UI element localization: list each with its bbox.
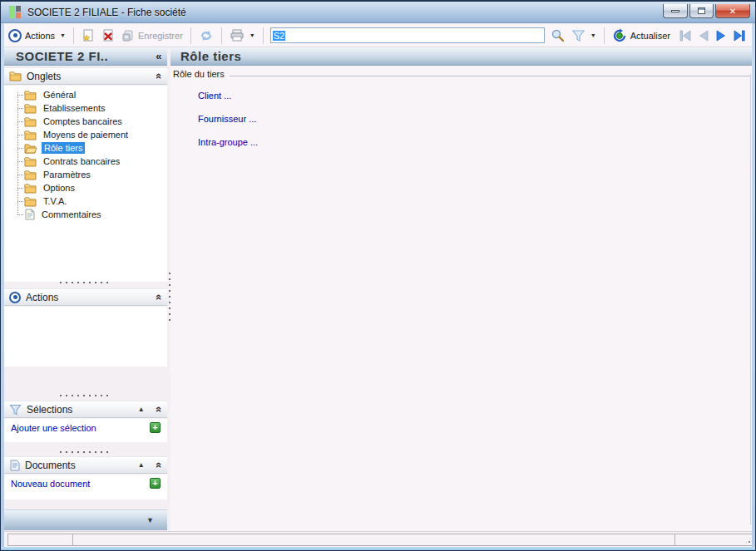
new-record-button[interactable] (78, 27, 98, 44)
print-button[interactable]: ▼ (226, 27, 259, 44)
document-icon (24, 209, 35, 220)
tree-item-general[interactable]: Général (4, 88, 167, 101)
splitter-handle[interactable] (52, 394, 119, 397)
section-header-selections[interactable]: Sélections ▲ « (4, 401, 167, 418)
new-document-plus-icon[interactable]: + (150, 478, 161, 489)
actualiser-button[interactable]: Actualiser (609, 27, 674, 45)
documents-panel-body: Nouveau document + (4, 475, 167, 499)
search-input[interactable]: S2 (270, 27, 545, 43)
search-input-value: S2 (273, 31, 285, 41)
tree-item-comptes-bancaires[interactable]: Comptes bancaires (4, 115, 167, 128)
actions-target-icon (9, 292, 21, 303)
documents-icon (9, 460, 20, 471)
section-label: Sélections (27, 404, 133, 416)
open-folder-icon (24, 143, 37, 154)
folder-icon (24, 90, 37, 101)
app-icon (9, 6, 22, 18)
add-selection-plus-icon[interactable]: + (150, 422, 161, 433)
groupbox-border-right (750, 74, 751, 524)
refresh-icon (199, 29, 214, 42)
search-icon (551, 28, 565, 42)
section-header-actions[interactable]: Actions « (4, 288, 167, 306)
close-button[interactable]: ✕ (715, 4, 750, 18)
tree-item-moyens-de-paiement[interactable]: Moyens de paiement (4, 128, 167, 141)
title-bar: SOCIETE 2 FILIALE - Fiche société ✕ (1, 1, 755, 23)
groupbox-role-du-tiers: Rôle du tiers (170, 66, 752, 79)
section-label: Onglets (27, 71, 151, 82)
splitter-handle[interactable] (52, 450, 119, 454)
collapse-section-icon[interactable]: « (153, 462, 166, 468)
folder-icon (24, 130, 37, 140)
sidebar: Onglets « Général Etablissements Comptes… (4, 66, 167, 531)
groupbox-border-line (230, 76, 750, 76)
actions-target-icon (8, 29, 22, 42)
collapse-section-icon[interactable]: « (153, 406, 166, 412)
collapse-sidebar-icon[interactable]: « (156, 50, 162, 62)
splitter-handle[interactable] (52, 281, 119, 284)
collapse-section-icon[interactable]: « (153, 294, 166, 300)
status-cell-right (674, 534, 754, 546)
page-title: Rôle tiers (170, 47, 752, 66)
save-icon (121, 29, 135, 42)
folder-icon (9, 71, 22, 81)
section-header-onglets[interactable]: Onglets « (4, 67, 167, 85)
status-cell-middle (72, 534, 674, 546)
selections-panel-body: Ajouter une sélection + (4, 419, 167, 442)
tree-item-commentaires[interactable]: Commentaires (4, 208, 167, 221)
refresh-button[interactable] (195, 27, 217, 44)
main-toolbar: Actions ▼ Enregistrer (2, 24, 754, 47)
sidebar-footer-bar[interactable]: ▼ (4, 509, 167, 530)
nav-last-icon[interactable] (733, 30, 746, 42)
actions-panel-body (4, 307, 167, 367)
sidebar-header-title: SOCIETE 2 FI.. (16, 49, 108, 63)
chevron-down-icon: ▼ (60, 32, 66, 38)
printer-icon (230, 29, 245, 42)
print-dropdown-icon[interactable]: ▼ (250, 32, 255, 38)
main-content: Rôle du tiers Client ... Fournisseur ...… (170, 66, 752, 531)
folder-icon (24, 156, 37, 167)
window-frame-bottom (1, 547, 755, 550)
folder-icon (24, 196, 37, 207)
filter-button[interactable]: ▼ (568, 27, 600, 44)
folder-icon (24, 183, 37, 194)
tree-item-options[interactable]: Options (4, 181, 167, 194)
add-selection-link[interactable]: Ajouter une sélection (11, 423, 96, 433)
nav-first-icon[interactable] (679, 30, 692, 42)
section-label: Documents (25, 460, 133, 471)
status-bar (2, 531, 754, 547)
search-button[interactable] (547, 27, 568, 44)
window-title: SOCIETE 2 FILIALE - Fiche société (27, 7, 186, 18)
groupbox-label: Rôle du tiers (173, 69, 230, 79)
sidebar-splitter[interactable] (168, 271, 171, 326)
delete-icon (101, 29, 115, 42)
tree-item-tva[interactable]: T.V.A. (4, 194, 167, 208)
resize-grip[interactable] (744, 537, 752, 544)
tree-item-etablissements[interactable]: Etablissements (4, 101, 167, 115)
application-window: SOCIETE 2 FILIALE - Fiche société ✕ Acti… (0, 0, 756, 551)
save-button[interactable]: Enregistrer (118, 27, 186, 44)
intra-groupe-link[interactable]: Intra-groupe ... (198, 137, 752, 147)
filter-funnel-icon (9, 404, 22, 416)
filter-funnel-icon (571, 29, 586, 42)
collapse-section-icon[interactable]: « (153, 73, 166, 79)
client-link[interactable]: Client ... (198, 91, 752, 101)
fournisseur-link[interactable]: Fournisseur ... (198, 114, 752, 124)
scroll-up-icon[interactable]: ▲ (138, 406, 145, 413)
sidebar-header: SOCIETE 2 FI.. « (4, 47, 167, 66)
tree-item-role-tiers[interactable]: Rôle tiers (4, 141, 167, 155)
new-document-link[interactable]: Nouveau document (11, 479, 90, 489)
filter-dropdown-icon[interactable]: ▼ (590, 32, 596, 38)
scroll-up-icon[interactable]: ▲ (138, 461, 145, 469)
tree-item-parametres[interactable]: Paramètres (4, 168, 167, 181)
tree-item-contrats-bancaires[interactable]: Contrats bancaires (4, 155, 167, 168)
tabs-tree: Général Etablissements Comptes bancaires… (4, 86, 167, 282)
maximize-button[interactable] (689, 4, 714, 18)
actualiser-icon (612, 28, 627, 43)
delete-record-button[interactable] (98, 27, 118, 44)
minimize-button[interactable] (663, 4, 688, 18)
nav-next-icon[interactable] (715, 30, 727, 42)
actions-menu-button[interactable]: Actions ▼ (5, 27, 69, 44)
new-page-icon (82, 29, 95, 42)
section-header-documents[interactable]: Documents ▲ « (4, 456, 167, 474)
nav-previous-icon[interactable] (698, 30, 709, 42)
